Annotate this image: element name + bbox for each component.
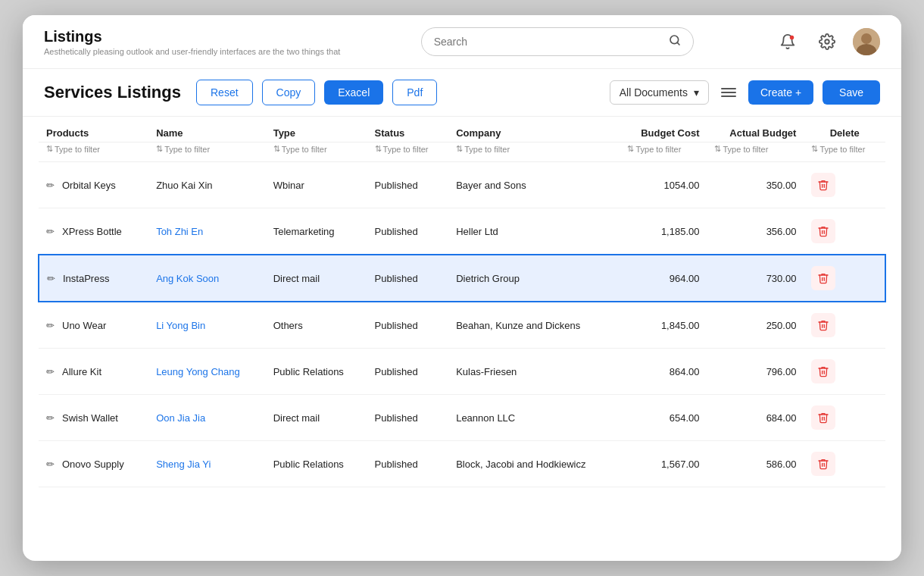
col-type: Type [266,117,367,142]
table-body: ✏ Orbital Keys Zhuo Kai Xin Wbinar Publi… [39,162,885,487]
cell-company: Kulas-Friesen [448,349,620,395]
cell-type: Others [266,302,367,349]
product-name: InstaPress [63,273,109,284]
avatar[interactable] [853,28,880,55]
product-name: Allure Kit [62,366,101,377]
app-subtitle: Aesthetically pleasing outlook and user-… [44,47,340,56]
delete-button[interactable] [811,405,835,430]
cell-status: Published [367,395,449,441]
table-row: ✏ Allure Kit Leung Yong Chang Public Rel… [39,349,885,395]
delete-button[interactable] [811,219,835,243]
cell-company: Beahan, Kunze and Dickens [448,302,620,349]
cell-name: Oon Jia Jia [148,395,266,441]
col-actual-budget: Actual Budget [707,117,804,142]
cell-product: ✏ Uno Wear [39,302,148,349]
search-icon [669,34,681,49]
filter-budget-cost[interactable]: ⇅ Type to filter [627,144,699,154]
edit-icon[interactable]: ✏ [47,273,55,284]
cell-budget-cost: 1,567.00 [620,441,707,487]
filter-company[interactable]: ⇅ Type to filter [456,144,612,154]
cell-type: Wbinar [266,162,367,208]
edit-icon[interactable]: ✏ [46,320,55,331]
cell-delete [804,255,885,302]
cell-actual-budget: 350.00 [707,162,804,208]
cell-company: Heller Ltd [448,208,620,255]
edit-icon[interactable]: ✏ [46,459,55,470]
name-value[interactable]: Leung Yong Chang [156,366,240,377]
edit-icon[interactable]: ✏ [46,226,55,237]
cell-actual-budget: 586.00 [707,441,804,487]
name-value[interactable]: Li Yong Bin [156,320,205,331]
product-name: Orbital Keys [62,180,116,191]
header-actions [774,28,880,55]
cell-status: Published [367,162,449,208]
cell-delete [804,395,885,441]
table-row: ✏ Swish Wallet Oon Jia Jia Direct mail P… [39,395,885,441]
cell-product: ✏ Onovo Supply [39,441,148,487]
cell-product: ✏ InstaPress [39,255,148,302]
cell-budget-cost: 964.00 [620,255,707,302]
filter-name[interactable]: ⇅ Type to filter [156,144,258,154]
search-input[interactable] [434,36,663,48]
delete-button[interactable] [811,452,835,476]
product-name: Swish Wallet [62,412,118,424]
col-budget-cost: Budget Cost [620,117,707,142]
create-button[interactable]: Create + [748,80,813,105]
table-header-row: Products Name Type Status Company Budget… [39,117,885,142]
hamburger-menu[interactable] [718,85,739,100]
cell-product: ✏ Swish Wallet [39,395,148,441]
filter-products[interactable]: ⇅ Type to filter [46,144,141,154]
cell-type: Public Relations [266,349,367,395]
name-value[interactable]: Toh Zhi En [156,226,203,237]
reset-button[interactable]: Reset [196,80,253,105]
cell-status: Published [367,302,449,349]
app-title: Listings [44,27,340,45]
cell-status: Published [367,349,449,395]
chevron-down-icon: ▾ [694,86,699,99]
delete-button[interactable] [811,266,835,290]
pdf-button[interactable]: Pdf [392,80,437,105]
cell-actual-budget: 250.00 [707,302,804,349]
cell-name: Zhuo Kai Xin [148,162,266,208]
filter-status[interactable]: ⇅ Type to filter [375,144,442,154]
cell-budget-cost: 654.00 [620,395,707,441]
edit-icon[interactable]: ✏ [46,366,55,377]
name-value[interactable]: Sheng Jia Yi [156,459,211,470]
col-delete: Delete [804,117,885,142]
delete-button[interactable] [811,359,835,383]
cell-delete [804,349,885,395]
name-value[interactable]: Ang Kok Soon [156,273,219,284]
cell-product: ✏ Orbital Keys [39,162,148,208]
copy-button[interactable]: Copy [262,80,316,105]
document-select[interactable]: All Documents ▾ [610,80,709,105]
save-button[interactable]: Save [823,80,880,105]
product-name: XPress Bottle [62,226,122,237]
delete-button[interactable] [811,313,835,337]
cell-actual-budget: 730.00 [707,255,804,302]
table-row: ✏ XPress Bottle Toh Zhi En Telemarketing… [39,208,885,255]
cell-type: Public Relations [266,441,367,487]
col-products: Products [39,117,148,142]
cell-name: Li Yong Bin [148,302,266,349]
settings-button[interactable] [813,28,841,55]
delete-button[interactable] [811,173,835,197]
edit-icon[interactable]: ✏ [46,180,55,191]
name-value[interactable]: Oon Jia Jia [156,412,205,424]
cell-status: Published [367,208,449,255]
search-box[interactable] [421,27,694,56]
filter-delete[interactable]: ⇅ Type to filter [811,144,878,154]
table-wrap: Products Name Type Status Company Budget… [23,117,901,502]
col-name: Name [148,117,266,142]
cell-type: Direct mail [266,395,367,441]
notification-button[interactable] [774,28,801,55]
name-value: Zhuo Kai Xin [156,180,212,191]
filter-type[interactable]: ⇅ Type to filter [273,144,360,154]
svg-line-1 [677,42,679,45]
cell-budget-cost: 864.00 [620,349,707,395]
page-title: Services Listings [44,83,181,102]
filter-actual-budget[interactable]: ⇅ Type to filter [714,144,796,154]
exacel-button[interactable]: Exacel [324,80,383,105]
main-window: Listings Aesthetically pleasing outlook … [23,15,901,561]
edit-icon[interactable]: ✏ [46,412,55,424]
header: Listings Aesthetically pleasing outlook … [23,15,901,69]
